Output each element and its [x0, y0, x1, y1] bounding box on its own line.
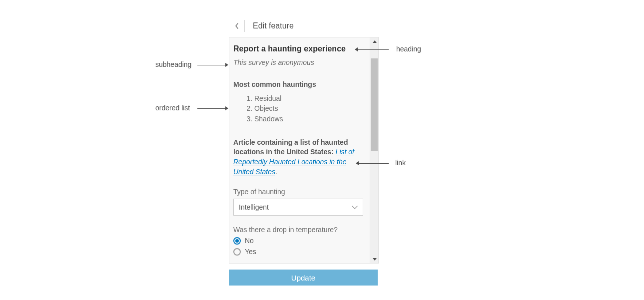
callout-ordered-list: ordered list — [155, 104, 190, 112]
callout-arrow — [197, 65, 225, 65]
list-item: Objects — [254, 103, 365, 113]
update-button-label: Update — [291, 274, 315, 282]
list-title: Most common hauntings — [233, 80, 365, 88]
list-item: Shadows — [254, 114, 365, 124]
form-subheading: This survey is anonymous — [233, 58, 365, 66]
chevron-left-icon — [235, 23, 239, 29]
arrow-head-right-icon — [225, 106, 228, 110]
scrollbar-thumb[interactable] — [371, 58, 378, 151]
editor-panel: Edit feature Report a haunting experienc… — [229, 15, 379, 264]
update-button[interactable]: Update — [229, 270, 378, 286]
back-button[interactable] — [233, 20, 245, 32]
callout-arrow — [197, 108, 225, 109]
callout-arrow — [358, 49, 389, 50]
scroll-up-button[interactable] — [370, 37, 379, 45]
radio-label: No — [245, 237, 254, 245]
panel-header: Edit feature — [229, 15, 379, 37]
callout-subheading: subheading — [155, 60, 191, 68]
arrow-head-left-icon — [355, 47, 358, 51]
article-prefix: Article containing a list of haunted loc… — [233, 138, 348, 156]
scrollbar[interactable] — [370, 37, 378, 263]
type-label: Type of haunting — [233, 188, 365, 196]
article-suffix: . — [275, 168, 277, 176]
ordered-list: Residual Objects Shadows — [254, 93, 365, 124]
callout-link: link — [395, 159, 406, 167]
type-select[interactable]: Intelligent — [233, 199, 363, 216]
type-select-value: Intelligent — [239, 203, 269, 211]
chevron-down-icon — [352, 203, 358, 211]
radio-icon — [233, 237, 241, 245]
scroll-down-button[interactable] — [370, 255, 379, 263]
radio-label: Yes — [245, 248, 256, 256]
list-item: Residual — [254, 93, 365, 103]
triangle-up-icon — [373, 40, 377, 43]
radio-yes[interactable]: Yes — [233, 248, 365, 256]
arrow-head-left-icon — [356, 161, 359, 165]
form-scroll-area[interactable]: Report a haunting experience This survey… — [229, 37, 369, 263]
radio-icon — [233, 248, 241, 256]
radio-no[interactable]: No — [233, 237, 365, 245]
triangle-down-icon — [373, 258, 377, 261]
stage: Edit feature Report a haunting experienc… — [0, 0, 644, 300]
callout-heading: heading — [396, 45, 421, 53]
panel-title: Edit feature — [253, 21, 294, 30]
callout-arrow — [359, 163, 389, 164]
form-heading: Report a haunting experience — [233, 44, 365, 53]
article-block: Article containing a list of haunted loc… — [233, 138, 365, 177]
arrow-head-right-icon — [225, 63, 228, 67]
temp-question: Was there a drop in temperature? — [233, 226, 365, 234]
panel-body: Report a haunting experience This survey… — [229, 37, 379, 264]
